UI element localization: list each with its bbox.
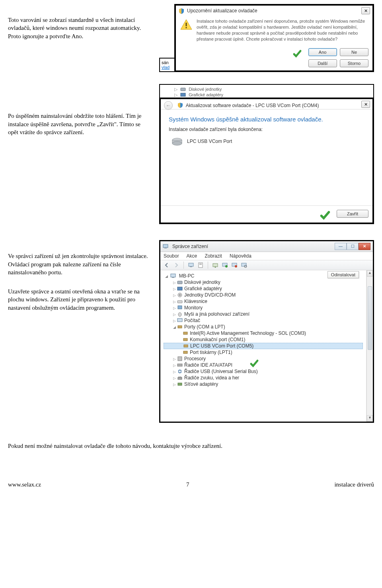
svg-rect-23: [177, 281, 182, 284]
tree-item[interactable]: ▷Diskové jednotky: [164, 279, 363, 285]
svg-rect-1: [186, 27, 187, 28]
devmgr-fragment: ▷ Diskové jednotky ▷ Grafické adaptéry: [159, 84, 374, 99]
menu-action[interactable]: Akce: [186, 253, 197, 259]
devmgr-app-icon: [163, 244, 168, 249]
section1-para: Toto varování se zobrazí standardně u vš…: [8, 16, 151, 40]
tree-item[interactable]: ▷Řadiče zvuku, videa a her: [164, 375, 363, 381]
svg-point-26: [179, 294, 181, 296]
tree-port-item[interactable]: Port tiskárny (LPT1): [164, 349, 363, 356]
close-button[interactable]: Zavřít: [337, 210, 368, 218]
final-note: Pokud není možné nainstalovat ovladače d…: [8, 443, 374, 449]
tree-item[interactable]: ▷Počítač: [164, 317, 363, 324]
minimize-button[interactable]: —: [335, 243, 347, 250]
svg-rect-36: [178, 357, 182, 361]
section2-text: Po úspěšném nainstalování obdržíte toto …: [8, 84, 159, 138]
gpu-icon: [180, 92, 186, 98]
tree-item[interactable]: ▷Procesory: [164, 356, 363, 362]
svg-rect-30: [177, 318, 182, 322]
footer-right: instalace driverů: [334, 481, 374, 488]
tree-port-item[interactable]: Intel(R) Active Management Technology - …: [164, 330, 363, 336]
svg-rect-24: [177, 287, 182, 290]
tree-item[interactable]: ▷Řadiče USB (Universal Serial Bus): [164, 368, 363, 375]
svg-rect-11: [199, 263, 203, 268]
dialog-body-text: Instalace tohoto ovladače zařízení není …: [197, 18, 368, 42]
shield-icon: [178, 8, 185, 14]
section3-text: Ve správci zařízení už jen zkontrolujte …: [8, 240, 159, 313]
maximize-button[interactable]: ☐: [347, 243, 359, 250]
tree-item[interactable]: ▷Grafické adaptéry: [164, 285, 363, 292]
tree-item[interactable]: ▷Klávesnice: [164, 298, 363, 305]
frag-text1: sán: [162, 60, 173, 65]
toolbar-fwd-icon[interactable]: [173, 262, 179, 268]
section1-image: sán vlad ✕ Upozornění aktualizace ovlada…: [159, 4, 374, 72]
svg-point-29: [178, 313, 181, 316]
tree-item[interactable]: ▷Řadiče IDE ATA/ATAPI: [164, 362, 363, 368]
svg-rect-28: [178, 306, 182, 309]
svg-rect-8: [164, 248, 167, 248]
warning-dialog: ✕ Upozornění aktualizace ovladače Instal…: [174, 4, 374, 72]
menu-file[interactable]: Soubor: [164, 253, 179, 259]
tree-item-ports[interactable]: ◢Porty (COM a LPT): [164, 324, 363, 330]
no-button[interactable]: Ne: [340, 48, 368, 56]
svg-rect-21: [171, 274, 175, 277]
toolbar-refresh-icon[interactable]: [222, 262, 228, 268]
computer-icon: [170, 273, 176, 279]
section3-para2: Uzavřete správce a ostatní otevřená okna…: [8, 287, 151, 312]
tree-item[interactable]: ▷Monitory: [164, 305, 363, 311]
check-icon: [292, 49, 302, 59]
svg-rect-37: [177, 364, 182, 366]
toolbar-prop-icon[interactable]: [197, 262, 204, 268]
scroll-down-button[interactable]: ▼: [367, 415, 373, 422]
svg-rect-33: [183, 338, 187, 341]
svg-rect-32: [183, 332, 187, 334]
svg-rect-27: [177, 301, 182, 303]
tree-port-item[interactable]: Komunikační port (COM1): [164, 336, 363, 343]
overlay-check-icon: [249, 359, 259, 368]
scrollbar[interactable]: ▲ ▼: [366, 270, 373, 422]
devmgr-toolbar: [160, 260, 373, 270]
dialog-title: Upozornění aktualizace ovladače: [176, 6, 372, 15]
next-button[interactable]: Další: [308, 59, 337, 67]
scroll-thumb[interactable]: [368, 286, 372, 350]
window-close-button[interactable]: ✕: [359, 243, 370, 250]
svg-rect-12: [199, 264, 202, 264]
tree-port-item-selected[interactable]: LPC USB VCom Port (COM5): [164, 343, 363, 349]
tooltip: Odinstalovat: [327, 271, 359, 278]
back-button[interactable]: ←: [164, 101, 173, 110]
warning-icon: [180, 18, 193, 31]
svg-rect-13: [199, 264, 202, 265]
section3-para1: Ve správci zařízení už jen zkontrolujte …: [8, 252, 151, 276]
tree-item[interactable]: ▷Myši a jiná polohovací zařízení: [164, 311, 363, 317]
svg-rect-31: [178, 326, 182, 328]
frag-link[interactable]: vlad: [162, 65, 173, 70]
page-footer: www.selax.cz 7 instalace driverů: [8, 481, 374, 488]
menu-view[interactable]: Zobrazit: [205, 253, 222, 259]
device-manager-window: Správce zařízení — ☐ ✕ Soubor Akce Zobra…: [159, 240, 374, 423]
svg-point-6: [172, 141, 182, 145]
svg-rect-14: [213, 264, 218, 267]
toolbar-uninstall-icon[interactable]: [231, 262, 238, 268]
svg-rect-39: [178, 383, 182, 385]
toolbar-back-icon[interactable]: [164, 262, 170, 268]
svg-rect-10: [190, 266, 192, 267]
toolbar-pc-icon[interactable]: [188, 262, 194, 268]
tree-item[interactable]: ▷Jednotky DVD/CD-ROM: [164, 292, 363, 298]
section3-image: Správce zařízení — ☐ ✕ Soubor Akce Zobra…: [159, 240, 374, 423]
cancel-button[interactable]: Storno: [340, 59, 368, 67]
yes-button[interactable]: Ano: [308, 48, 337, 56]
wizard-subtext: Instalace ovladače zařízení byla dokonče…: [161, 125, 372, 135]
device-tree[interactable]: Odinstalovat ◢ MB-PC ▷Diskové jednotky ▷…: [160, 270, 366, 422]
toolbar-update-icon[interactable]: [212, 262, 218, 268]
footer-page-number: 7: [186, 481, 189, 488]
footer-left: www.selax.cz: [8, 481, 41, 488]
wizard-header: ← Aktualizovat software ovladače - LPC U…: [161, 99, 372, 109]
menu-help[interactable]: Nápověda: [230, 253, 251, 259]
wizard-heading: Systém Windows úspěšně aktualizoval soft…: [161, 109, 372, 125]
tree-item[interactable]: ▷Síťové adaptéry: [164, 381, 363, 387]
svg-rect-7: [163, 244, 168, 248]
disk-icon: [180, 86, 186, 92]
check-icon: [320, 210, 331, 221]
toolbar-scan-icon[interactable]: [241, 262, 247, 268]
devmgr-menubar[interactable]: Soubor Akce Zobrazit Nápověda: [160, 252, 373, 260]
scroll-up-button[interactable]: ▲: [367, 270, 373, 277]
